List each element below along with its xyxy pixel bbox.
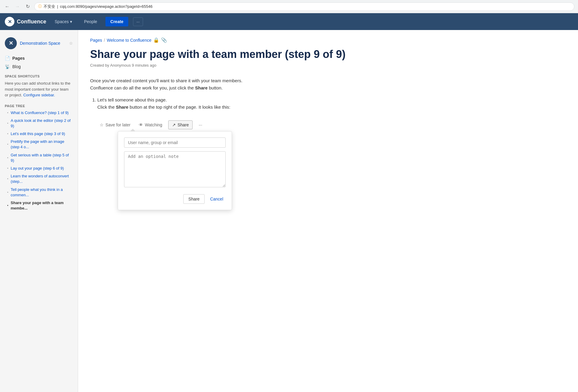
reload-button[interactable]: ↻ xyxy=(24,3,31,10)
tree-item-3[interactable]: Prettify the page with an image (step 4 … xyxy=(0,138,78,151)
space-shortcuts-label: SPACE SHORTCUTS xyxy=(0,71,78,79)
sidebar-item-pages[interactable]: 📄 Pages xyxy=(0,54,78,62)
tree-item-0[interactable]: What is Confluence? (step 1 of 9) xyxy=(0,109,78,117)
address-bar[interactable]: ⓘ 不安全 | cqq.com:8090/pages/viewpage.acti… xyxy=(34,2,574,11)
sidebar-item-blog[interactable]: 📡 Blog xyxy=(0,62,78,71)
intro-paragraph: Once you've created content you'll want … xyxy=(90,77,348,92)
security-label: 不安全 xyxy=(44,4,55,9)
people-nav-item[interactable]: People xyxy=(81,17,101,26)
attachment-icon: 📎 xyxy=(161,37,167,43)
page-title: Share your page with a team member (step… xyxy=(90,48,566,61)
space-header: ✕ Demonstration Space ☆ xyxy=(0,35,78,54)
page-body: Once you've created content you'll want … xyxy=(90,77,348,210)
share-actions: Share Cancel xyxy=(124,194,226,204)
confluence-logo[interactable]: ✕ Confluence xyxy=(5,17,46,26)
url-text: cqq.com:8090/pages/viewpage.action?pageI… xyxy=(60,4,152,9)
share-popup-container: Share Cancel xyxy=(115,131,348,210)
security-icon: ⓘ xyxy=(38,4,42,9)
share-demo: ☆ Save for later 👁 Watching ↗ Share xyxy=(97,118,348,210)
lock-icon: 🔒 xyxy=(153,37,159,43)
page-layout: ✕ Demonstration Space ☆ 📄 Pages 📡 Blog S… xyxy=(0,30,578,392)
browser-chrome: ← → ↻ ⓘ 不安全 | cqq.com:8090/pages/viewpag… xyxy=(0,0,578,13)
eye-icon: 👁 xyxy=(139,122,143,127)
tree-item-1[interactable]: A quick look at the editor (step 2 of 9) xyxy=(0,117,78,130)
confluence-nav: ✕ Confluence Spaces ▾ People Create ··· xyxy=(0,13,578,30)
popup-arrow xyxy=(130,129,135,131)
blog-icon: 📡 xyxy=(5,64,10,69)
logo-icon: ✕ xyxy=(5,17,14,26)
tree-item-7[interactable]: Tell people what you think in a commen..… xyxy=(0,186,78,199)
more-actions-button[interactable]: ··· xyxy=(196,121,205,129)
user-email-input[interactable] xyxy=(124,137,226,148)
note-textarea[interactable] xyxy=(124,151,226,187)
share-icon: ↗ xyxy=(172,122,176,127)
spaces-nav-item[interactable]: Spaces ▾ xyxy=(51,17,76,26)
shortcuts-description: Here you can add shortcut links to the m… xyxy=(0,79,78,101)
star-outline-icon: ☆ xyxy=(100,122,104,127)
logo-text: Confluence xyxy=(17,19,46,25)
breadcrumb-pages[interactable]: Pages xyxy=(90,38,102,43)
nav-more-button[interactable]: ··· xyxy=(133,17,143,26)
space-name[interactable]: Demonstration Space xyxy=(20,41,66,46)
breadcrumb: Pages / Welcome to Confluence 🔒 📎 xyxy=(90,37,566,43)
breadcrumb-current[interactable]: Welcome to Confluence xyxy=(107,38,151,43)
back-button[interactable]: ← xyxy=(4,3,11,10)
configure-link[interactable]: Configure sidebar. xyxy=(23,93,55,97)
watching-button[interactable]: 👁 Watching xyxy=(136,121,165,129)
main-content: Pages / Welcome to Confluence 🔒 📎 Share … xyxy=(78,30,578,392)
list-item-1: Let's tell someone about this page. Clic… xyxy=(97,96,348,210)
instructions-list: Let's tell someone about this page. Clic… xyxy=(97,96,348,210)
space-avatar: ✕ xyxy=(5,37,17,49)
save-for-later-button[interactable]: ☆ Save for later xyxy=(97,121,133,129)
share-popup: Share Cancel xyxy=(118,131,232,210)
breadcrumb-sep: / xyxy=(104,38,105,43)
page-meta: Created by Anonymous 9 minutes ago xyxy=(90,63,566,68)
create-button[interactable]: Create xyxy=(105,17,128,26)
tree-item-6[interactable]: Learn the wonders of autoconvert (step..… xyxy=(0,172,78,185)
tree-item-5[interactable]: Lay out your page (step 6 of 9) xyxy=(0,164,78,172)
star-icon[interactable]: ☆ xyxy=(69,41,73,46)
pages-icon: 📄 xyxy=(5,56,10,61)
share-button[interactable]: ↗ Share xyxy=(168,120,193,129)
tree-item-4[interactable]: Get serious with a table (step 5 of 9) xyxy=(0,151,78,164)
cancel-button[interactable]: Cancel xyxy=(208,194,226,204)
tree-item-2[interactable]: Let's edit this page (step 3 of 9) xyxy=(0,130,78,138)
forward-button[interactable]: → xyxy=(14,3,21,10)
share-submit-button[interactable]: Share xyxy=(183,194,205,204)
sidebar: ✕ Demonstration Space ☆ 📄 Pages 📡 Blog S… xyxy=(0,30,78,392)
tree-item-8[interactable]: Share your page with a team membe... xyxy=(0,199,78,212)
page-tree-label: PAGE TREE xyxy=(0,101,78,109)
